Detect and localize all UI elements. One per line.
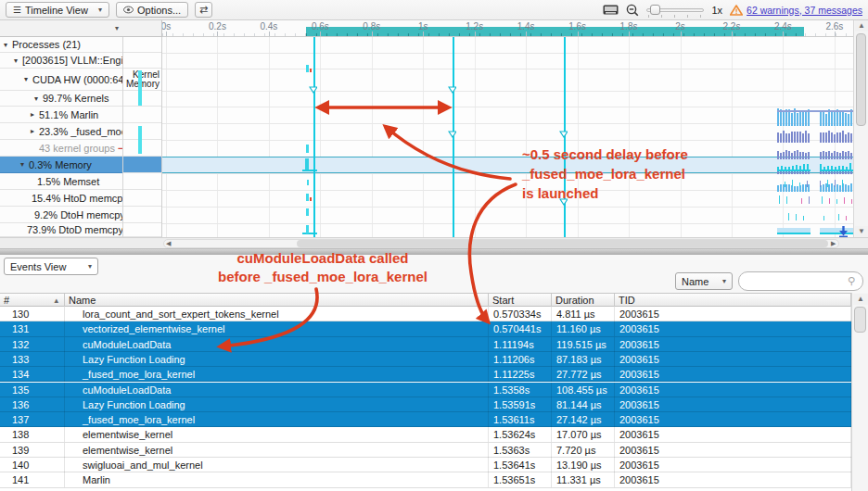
panel-splitter[interactable]	[0, 248, 868, 255]
filter-field-label: Name	[682, 276, 708, 287]
zoom-slider-handle[interactable]	[650, 5, 660, 15]
activity-bar	[802, 184, 804, 192]
scroll-up-arrow[interactable]: ▲	[855, 20, 868, 31]
cursor-marker	[559, 131, 568, 138]
tree-row-0-3-memory[interactable]: ▾0.3% Memory	[0, 157, 123, 173]
tree-filter-dropdown-icon[interactable]: ▾	[115, 24, 119, 32]
memcpy-tick	[844, 197, 845, 204]
activity-bar	[845, 134, 847, 143]
event-row-135[interactable]: 135cuModuleLoadData1.5358s108.455 µs2003…	[0, 383, 851, 397]
activity-bar	[788, 184, 790, 192]
tree-row-label: 1.5% Memset	[37, 176, 99, 187]
activity-bar	[799, 152, 801, 159]
view-selector-dropdown[interactable]: ☰ Timeline View ▾	[6, 2, 109, 18]
events-vscroll-thumb[interactable]	[854, 307, 866, 333]
events-view-label: Events View	[10, 261, 66, 272]
event-row-134[interactable]: 134_fused_moe_lora_kernel1.11225s27.772 …	[0, 367, 851, 382]
view-selector-label: Timeline View	[25, 5, 88, 16]
num-cell: 136	[0, 397, 65, 412]
tree-expander-closed[interactable]: ▸	[31, 127, 39, 135]
memory-row-highlight[interactable]	[162, 157, 853, 173]
tree-expander-open[interactable]: ▾	[20, 160, 29, 169]
scroll-left-arrow[interactable]: ◀	[166, 240, 171, 247]
event-row-132[interactable]: 132cuModuleLoadData1.11194s119.515 µs200…	[0, 337, 851, 352]
event-row-138[interactable]: 138elementwise_kernel1.53624s17.070 µs20…	[0, 427, 851, 442]
num-cell: 138	[0, 427, 65, 442]
activity-bar	[797, 132, 798, 143]
zoom-out-icon[interactable]	[626, 4, 639, 17]
column-header-duration[interactable]: Duration	[552, 294, 615, 308]
tree-row-9-2-dtoh-memcpy[interactable]: 9.2% DtoH memcpy	[0, 207, 123, 223]
tree-row-2003615-vllm-enginecore[interactable]: ▾[2003615] VLLM::EngineCore	[0, 53, 123, 69]
activity-bar	[802, 110, 804, 126]
tree-row-43-kernel-groups[interactable]: 43 kernel groups−+↓	[0, 140, 123, 157]
event-row-131[interactable]: 131vectorized_elementwise_kernel0.570441…	[0, 321, 851, 336]
tree-row-1-5-memset[interactable]: 1.5% Memset	[0, 173, 123, 190]
event-row-130[interactable]: 130lora_count_and_sort_expert_tokens_ker…	[0, 307, 851, 321]
tree-expander-open[interactable]: ▾	[14, 57, 22, 65]
scroll-up-arrow[interactable]: ▲	[853, 294, 868, 305]
start-cell: 0.570334s	[489, 307, 552, 321]
events-vscrollbar[interactable]: ▲	[851, 293, 868, 491]
timeline-ruler[interactable]: 0s0.2s0.4s0.6s0.8s1s1.2s1.4s1.6s1.8s2s2.…	[162, 20, 853, 37]
tree-expander-open[interactable]: ▾	[24, 75, 32, 83]
tree-expander-open[interactable]: ▾	[4, 41, 12, 49]
tid-cell: 2003615	[615, 352, 851, 367]
tree-row-processes-21[interactable]: ▾Processes (21)	[0, 37, 123, 53]
name-cell: elementwise_kernel	[65, 443, 489, 458]
events-view-dropdown[interactable]: Events View ▾	[4, 258, 98, 275]
jump-to-bottom-icon[interactable]	[837, 225, 849, 237]
event-row-136[interactable]: 136Lazy Function Loading1.53591s81.144 µ…	[0, 397, 851, 412]
activity-bar	[842, 151, 844, 159]
events-search-box[interactable]: ⚲	[738, 271, 863, 291]
memcpy-tick	[803, 216, 804, 220]
column-header-num[interactable]: #▴	[0, 294, 65, 308]
tree-row-51-1-marlin[interactable]: ▸51.1% Marlin	[0, 107, 123, 123]
zoom-slider[interactable]	[646, 4, 704, 17]
filter-field-dropdown[interactable]: Name ▾	[675, 272, 733, 290]
event-row-133[interactable]: 133Lazy Function Loading1.11206s87.183 µ…	[0, 352, 851, 367]
activity-bar	[839, 132, 841, 143]
memcpy-tick	[851, 199, 852, 204]
timeline-cursor-line[interactable]	[313, 37, 315, 237]
tree-row-cuda-hw-0000-64-00-0-n[interactable]: ▾CUDA HW (0000:64:00.0 - N	[0, 69, 123, 91]
timeline-canvas[interactable]	[162, 37, 853, 237]
row-border	[162, 123, 853, 124]
tid-cell: 2003615	[615, 472, 851, 487]
keyboard-shortcuts-icon[interactable]	[603, 5, 619, 15]
warnings-messages-link[interactable]: 62 warnings, 37 messages	[747, 5, 862, 16]
activity-bar	[785, 109, 787, 126]
timeline-vscroll-thumb[interactable]	[856, 33, 866, 126]
event-row-141[interactable]: 141Marlin1.53651s11.331 µs2003615	[0, 472, 851, 487]
options-button[interactable]: Options...	[116, 2, 188, 18]
start-cell: 1.53624s	[489, 427, 552, 442]
tree-row-73-9-dtod-memcpy[interactable]: 73.9% DtoD memcpy	[0, 223, 123, 237]
timeline-vscrollbar[interactable]: ▲ ▼	[853, 20, 868, 237]
tree-row-label: Processes (21)	[12, 39, 81, 50]
event-row-139[interactable]: 139elementwise_kernel1.5363s7.720 µs2003…	[0, 443, 851, 458]
scroll-right-arrow[interactable]: ▶	[831, 240, 836, 247]
activity-bar	[802, 133, 804, 143]
timeline-hscrollbar[interactable]: ◀ ▶	[0, 237, 868, 248]
column-header-start[interactable]: Start	[489, 294, 552, 308]
tree-expander-open[interactable]: ▾	[34, 94, 43, 103]
column-header-tid[interactable]: TID	[615, 294, 851, 308]
memcpy-tick	[829, 198, 830, 204]
column-header-name[interactable]: Name	[65, 294, 489, 308]
tree-row-15-4-htod-memcpy[interactable]: 15.4% HtoD memcpy	[0, 190, 123, 207]
events-search-input[interactable]	[747, 275, 848, 288]
name-cell: lora_count_and_sort_expert_tokens_kernel	[65, 307, 489, 321]
tree-expander-closed[interactable]: ▸	[31, 110, 39, 119]
tree-row-99-7-kernels[interactable]: ▾99.7% Kernels	[0, 91, 123, 107]
swap-rows-button[interactable]: ⇄	[195, 2, 212, 18]
scroll-down-arrow[interactable]: ▼	[855, 226, 868, 237]
tree-row-23-3-fused-moe-lo[interactable]: ▸23.3% _fused_moe_lo↓	[0, 123, 123, 140]
memcpy-tick	[785, 182, 785, 187]
event-row-137[interactable]: 137_fused_moe_lora_kernel1.53611s27.142 …	[0, 412, 851, 427]
activity-bar	[828, 184, 830, 192]
ruler-tick-label: 0.2s	[209, 21, 226, 31]
event-row-140[interactable]: 140swigluoai_and_mul_kernel1.53641s13.19…	[0, 458, 851, 472]
swap-icon: ⇄	[199, 4, 208, 16]
timeline-hscroll-thumb[interactable]	[297, 240, 828, 247]
num-cell: 130	[0, 307, 65, 321]
